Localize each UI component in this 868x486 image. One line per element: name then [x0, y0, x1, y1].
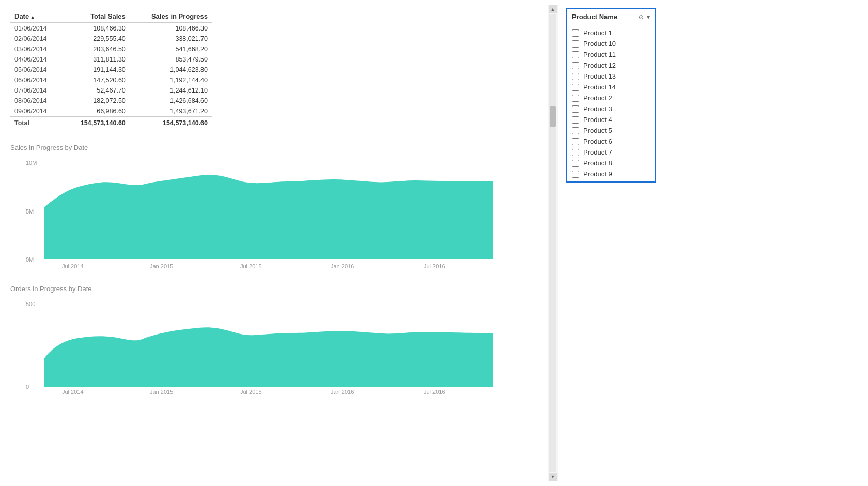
orders-x-label-jul2014: Jul 2014	[62, 389, 84, 395]
filter-checkbox[interactable]	[572, 29, 579, 37]
filter-checkbox[interactable]	[572, 160, 579, 167]
filter-product-label: Product 12	[583, 62, 616, 69]
filter-checkbox[interactable]	[572, 84, 579, 91]
filter-chevron-icon[interactable]: ▾	[647, 13, 650, 21]
filter-checkbox[interactable]	[572, 40, 579, 48]
filter-checkbox[interactable]	[572, 149, 579, 156]
cell-date: 04/06/2014	[10, 54, 62, 65]
table-row: 03/06/2014 203,646.50 541,668.20	[10, 44, 212, 54]
x-label-jul2015: Jul 2015	[240, 263, 262, 269]
cell-total-sales: 203,646.50	[62, 44, 130, 54]
cell-total-sales: 191,144.30	[62, 65, 130, 75]
filter-product-label: Product 9	[583, 170, 612, 178]
filter-list-item[interactable]: Product 8	[567, 158, 655, 169]
cell-total-sales: 108,466.30	[62, 23, 130, 34]
filter-product-label: Product 5	[583, 127, 612, 134]
filter-product-label: Product 6	[583, 138, 612, 145]
filter-product-list: Product 1Product 10Product 11Product 12P…	[567, 25, 655, 181]
cell-date: 09/06/2014	[10, 106, 62, 117]
total-sales-header[interactable]: Total Sales	[62, 10, 130, 23]
orders-area	[44, 327, 493, 387]
filter-checkbox[interactable]	[572, 138, 579, 145]
filter-list-item[interactable]: Product 14	[567, 82, 655, 93]
filter-list-item[interactable]: Product 7	[567, 147, 655, 158]
filter-checkbox[interactable]	[572, 116, 579, 124]
filter-eraser-icon[interactable]: ⊘	[639, 13, 644, 21]
filter-checkbox[interactable]	[572, 95, 579, 102]
y-label-0m: 0M	[26, 256, 34, 263]
cell-date: 07/06/2014	[10, 85, 62, 96]
filter-product-label: Product 4	[583, 116, 612, 124]
filter-checkbox[interactable]	[572, 127, 579, 134]
cell-sales-progress: 338,021.70	[130, 34, 212, 44]
cell-date: 03/06/2014	[10, 44, 62, 54]
cell-total-label: Total	[10, 117, 62, 129]
filter-checkbox[interactable]	[572, 105, 579, 113]
table-row: 08/06/2014 182,072.50 1,426,684.60	[10, 96, 212, 106]
filter-checkbox[interactable]	[572, 73, 579, 80]
orders-chart: 500 0 Jul 2014 Jan 2015 Jul 2015 Jan 201…	[10, 297, 496, 395]
table-row: 05/06/2014 191,144.30 1,044,623.80	[10, 65, 212, 75]
filter-list-item[interactable]: Product 4	[567, 114, 655, 125]
filter-panel-container: Product Name ⊘ ▾ Product 1Product 10Prod…	[558, 5, 661, 481]
filter-list-item[interactable]: Product 11	[567, 49, 655, 60]
table-row: 06/06/2014 147,520.60 1,192,144.40	[10, 75, 212, 85]
cell-sales-progress: 1,192,144.40	[130, 75, 212, 85]
x-label-jan2016: Jan 2016	[331, 263, 354, 269]
filter-list-item[interactable]: Product 10	[567, 38, 655, 49]
scroll-down-arrow[interactable]: ▼	[549, 473, 557, 481]
filter-product-label: Product 11	[583, 51, 616, 58]
filter-product-label: Product 7	[583, 148, 612, 156]
orders-x-label-jan2016: Jan 2016	[331, 389, 354, 395]
sales-area	[44, 175, 493, 259]
filter-product-label: Product 3	[583, 105, 612, 113]
cell-grand-total-sales: 154,573,140.60	[62, 117, 130, 129]
filter-list-item[interactable]: Product 5	[567, 125, 655, 136]
filter-icons: ⊘ ▾	[639, 13, 650, 21]
cell-date: 02/06/2014	[10, 34, 62, 44]
cell-sales-progress: 541,668.20	[130, 44, 212, 54]
filter-product-label: Product 10	[583, 40, 616, 48]
orders-y-label-500: 500	[26, 301, 35, 307]
scrollbar[interactable]: ▲ ▼	[548, 5, 558, 481]
filter-list-item[interactable]: Product 13	[567, 71, 655, 82]
filter-list-item[interactable]: Product 2	[567, 93, 655, 103]
sales-progress-header[interactable]: Sales in Progress	[130, 10, 212, 23]
filter-product-label: Product 14	[583, 83, 616, 91]
filter-checkbox[interactable]	[572, 171, 579, 178]
cell-sales-progress: 1,493,671.20	[130, 106, 212, 117]
cell-sales-progress: 1,244,612.10	[130, 85, 212, 96]
cell-total-sales: 66,986.60	[62, 106, 130, 117]
filter-checkbox[interactable]	[572, 51, 579, 58]
cell-sales-progress: 1,426,684.60	[130, 96, 212, 106]
sales-table: Date Total Sales Sales in Progress 01/06…	[10, 10, 212, 128]
table-total-row: Total 154,573,140.60 154,573,140.60	[10, 117, 212, 129]
sales-chart-section: Sales in Progress by Date 10M 5M 0M Jul …	[10, 144, 537, 269]
cell-total-sales: 182,072.50	[62, 96, 130, 106]
filter-list-item[interactable]: Product 9	[567, 169, 655, 179]
orders-x-label-jul2016: Jul 2016	[424, 389, 445, 395]
orders-y-label-0: 0	[26, 384, 29, 390]
table-row: 09/06/2014 66,986.60 1,493,671.20	[10, 106, 212, 117]
filter-product-label: Product 8	[583, 159, 612, 167]
filter-list-item[interactable]: Product 3	[567, 103, 655, 114]
filter-list-item[interactable]: Product 6	[567, 136, 655, 147]
orders-x-label-jul2015: Jul 2015	[240, 389, 262, 395]
cell-grand-total-progress: 154,573,140.60	[130, 117, 212, 129]
date-header[interactable]: Date	[10, 10, 62, 23]
scroll-thumb[interactable]	[550, 106, 556, 127]
cell-total-sales: 52,467.70	[62, 85, 130, 96]
filter-list-item[interactable]: Product 12	[567, 60, 655, 71]
cell-date: 01/06/2014	[10, 23, 62, 34]
filter-checkbox[interactable]	[572, 62, 579, 69]
y-label-10m: 10M	[26, 160, 37, 166]
x-label-jan2015: Jan 2015	[150, 263, 173, 269]
table-row: 04/06/2014 311,811.30 853,479.50	[10, 54, 212, 65]
cell-sales-progress: 108,466.30	[130, 23, 212, 34]
filter-panel: Product Name ⊘ ▾ Product 1Product 10Prod…	[566, 8, 656, 183]
filter-list-item[interactable]: Product 1	[567, 27, 655, 38]
scroll-up-arrow[interactable]: ▲	[549, 5, 557, 13]
cell-date: 05/06/2014	[10, 65, 62, 75]
cell-sales-progress: 853,479.50	[130, 54, 212, 65]
filter-product-label: Product 1	[583, 29, 612, 37]
